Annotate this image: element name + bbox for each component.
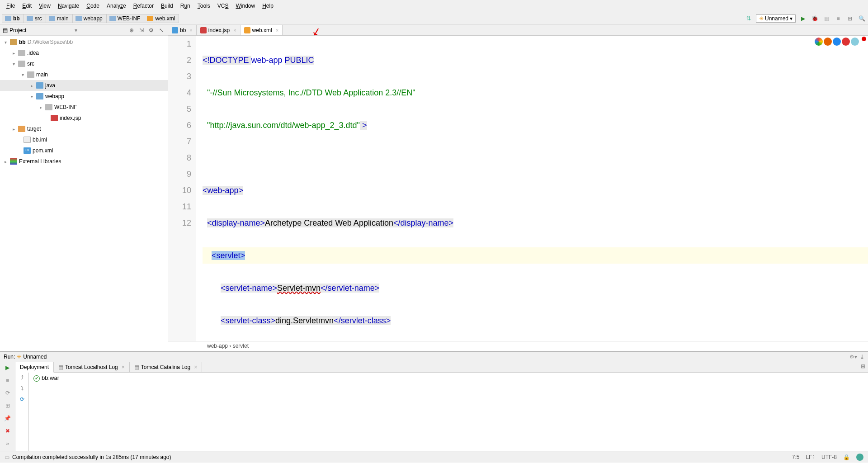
menu-refactor[interactable]: Refactor: [131, 2, 156, 10]
expander-icon[interactable]: ▸: [29, 83, 34, 88]
lock-icon[interactable]: 🔒: [843, 454, 850, 460]
hide-icon[interactable]: ⤡: [158, 27, 165, 34]
expander-icon[interactable]: ▾: [3, 40, 8, 45]
dump-icon[interactable]: ⊞: [4, 402, 12, 410]
code-area[interactable]: 123456789101112 <!DOCTYPE web-app PUBLIC…: [168, 36, 868, 341]
iml-icon: [24, 137, 31, 143]
menu-view[interactable]: View: [36, 2, 53, 10]
gear-icon[interactable]: ⚙▾: [849, 354, 857, 360]
run-tab-catalina[interactable]: ▤Tomcat Catalina Log×: [130, 362, 202, 372]
tab-indexjsp[interactable]: index.jsp×: [197, 25, 241, 35]
tab-label: Deployment: [20, 364, 49, 370]
menu-build[interactable]: Build: [158, 2, 176, 10]
expander-icon[interactable]: ▸: [11, 127, 16, 132]
crumb-main[interactable]: main: [46, 14, 73, 23]
tree-pom[interactable]: mpom.xml: [0, 145, 168, 156]
opera-icon[interactable]: [842, 38, 850, 46]
menu-navigate[interactable]: Navigate: [55, 2, 82, 10]
menu-edit[interactable]: Edit: [19, 2, 34, 10]
folder-icon: [5, 16, 11, 21]
run-tab-localhost[interactable]: ▤Tomcat Localhost Log×: [54, 362, 130, 372]
stop-icon[interactable]: ■: [4, 376, 12, 384]
artifact-row[interactable]: ✓bb:war: [33, 374, 863, 382]
tree-idea[interactable]: ▸.idea: [0, 47, 168, 58]
menu-tools[interactable]: Tools: [195, 2, 213, 10]
safari-icon[interactable]: [833, 38, 841, 46]
expander-icon[interactable]: ▸: [3, 159, 8, 164]
expander-icon[interactable]: ▸: [38, 105, 43, 110]
line-separator[interactable]: LF÷: [806, 454, 815, 460]
coverage-button[interactable]: ▦: [822, 14, 831, 23]
collapse-all-icon[interactable]: ⇲: [138, 27, 145, 34]
update-icon[interactable]: ⇅: [744, 14, 753, 23]
gear-icon[interactable]: ⚙: [148, 27, 155, 34]
menu-file[interactable]: File: [4, 2, 18, 10]
close-icon[interactable]: ×: [276, 28, 278, 33]
menu-run[interactable]: Run: [178, 2, 193, 10]
pin-icon[interactable]: 📌: [4, 414, 12, 422]
run-tab-deployment[interactable]: Deployment: [15, 362, 54, 373]
search-button[interactable]: 🔍: [857, 14, 866, 23]
source-folder-icon: [36, 82, 43, 89]
code-content[interactable]: <!DOCTYPE web-app PUBLIC "-//Sun Microsy…: [203, 36, 868, 341]
deploy-icon[interactable]: ⤴: [21, 374, 24, 381]
chrome-icon[interactable]: [815, 38, 823, 46]
cursor-position[interactable]: 7:5: [792, 454, 800, 460]
menu-window[interactable]: Window: [233, 2, 258, 10]
menu-help[interactable]: Help: [259, 2, 276, 10]
close-icon[interactable]: ✖: [4, 427, 12, 435]
tree-src[interactable]: ▾src: [0, 58, 168, 69]
close-icon[interactable]: ×: [233, 28, 236, 33]
stop-button[interactable]: ■: [834, 14, 843, 23]
events-icon[interactable]: ▭: [5, 454, 9, 460]
scroll-to-source-icon[interactable]: ⊕: [128, 27, 135, 34]
more-icon[interactable]: »: [4, 440, 12, 448]
close-icon[interactable]: ×: [122, 364, 125, 370]
tab-bb[interactable]: bb×: [168, 25, 197, 35]
expander-icon[interactable]: ▾: [20, 72, 25, 77]
tree-external-libs[interactable]: ▸External Libraries: [0, 156, 168, 167]
view-mode-dropdown[interactable]: ▾: [75, 27, 77, 33]
memory-indicator[interactable]: [856, 454, 863, 461]
debug-button[interactable]: 🐞: [810, 14, 819, 23]
tree-java[interactable]: ▸java: [0, 80, 168, 91]
folder-icon: [27, 71, 34, 78]
undeploy-icon[interactable]: ⤵: [21, 385, 24, 392]
ie-icon[interactable]: [851, 38, 859, 46]
tree-webinf[interactable]: ▸WEB-INF: [0, 102, 168, 113]
folder-icon: [45, 104, 52, 110]
download-icon[interactable]: ⤓: [860, 354, 864, 360]
close-icon[interactable]: ×: [189, 28, 192, 33]
rerun-icon[interactable]: ▶: [4, 364, 12, 372]
close-icon[interactable]: ×: [194, 364, 197, 370]
toolbar: bb src main webapp WEB-INF web.xml ⇅ ✳Un…: [0, 12, 868, 25]
tree-bbiml[interactable]: bb.iml: [0, 134, 168, 145]
run-config-dropdown[interactable]: ✳Unnamed▾: [756, 14, 796, 23]
firefox-icon[interactable]: [824, 38, 832, 46]
crumb-webxml[interactable]: web.xml: [144, 14, 179, 23]
crumb-webapp[interactable]: webapp: [72, 14, 107, 23]
refresh-icon[interactable]: ⟳: [20, 396, 24, 402]
tree-indexjsp[interactable]: index.jsp: [0, 113, 168, 123]
tree-root[interactable]: ▾bbD:\WokerSpace\bb: [0, 37, 168, 47]
restart-icon[interactable]: ⟳: [4, 389, 12, 397]
tree-target[interactable]: ▸target: [0, 123, 168, 134]
run-button[interactable]: ▶: [798, 14, 807, 23]
error-indicator[interactable]: [862, 37, 866, 41]
editor-breadcrumb[interactable]: web-app › servlet: [168, 341, 868, 351]
expander-icon[interactable]: ▾: [29, 94, 34, 99]
crumb-bb[interactable]: bb: [2, 14, 24, 23]
menu-code[interactable]: Code: [84, 2, 102, 10]
expander-icon[interactable]: ▾: [11, 61, 16, 66]
crumb-src[interactable]: src: [24, 14, 46, 23]
tree-main[interactable]: ▾main: [0, 69, 168, 80]
expander-icon[interactable]: ▸: [11, 51, 16, 56]
layout-icon[interactable]: ⊞: [858, 362, 868, 372]
menu-analyze[interactable]: Analyze: [104, 2, 129, 10]
menu-vcs[interactable]: VCS: [215, 2, 231, 10]
structure-button[interactable]: ⊞: [845, 14, 854, 23]
crumb-webinf[interactable]: WEB-INF: [106, 14, 145, 23]
file-encoding[interactable]: UTF-8: [821, 454, 837, 460]
tab-webxml[interactable]: web.xml×: [241, 25, 283, 35]
tree-webapp[interactable]: ▾webapp: [0, 91, 168, 102]
